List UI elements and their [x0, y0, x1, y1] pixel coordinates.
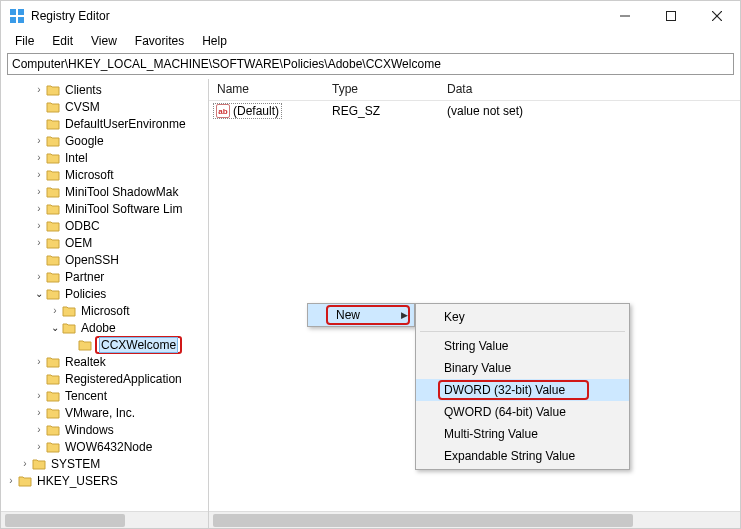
tree-label: Policies [63, 287, 108, 301]
chevron-right-icon[interactable]: › [33, 135, 45, 146]
menu-bar: File Edit View Favorites Help [1, 31, 740, 51]
tree-node-selected[interactable]: CCXWelcome [5, 336, 208, 353]
chevron-right-icon[interactable]: › [33, 356, 45, 367]
tree-node[interactable]: ›Google [5, 132, 208, 149]
tree-node[interactable]: ⌄Adobe [5, 319, 208, 336]
tree-label: Tencent [63, 389, 109, 403]
chevron-right-icon[interactable]: › [19, 458, 31, 469]
app-icon [9, 8, 25, 24]
tree-node[interactable]: ›OEM [5, 234, 208, 251]
folder-icon [45, 100, 61, 114]
address-bar[interactable]: Computer\HKEY_LOCAL_MACHINE\SOFTWARE\Pol… [7, 53, 734, 75]
address-text: Computer\HKEY_LOCAL_MACHINE\SOFTWARE\Pol… [12, 57, 441, 71]
list-header: Name Type Data [209, 79, 740, 101]
context-label: New [336, 308, 360, 322]
tree-node[interactable]: ›MiniTool ShadowMak [5, 183, 208, 200]
tree-node[interactable]: OpenSSH [5, 251, 208, 268]
chevron-right-icon[interactable]: › [33, 186, 45, 197]
chevron-right-icon[interactable]: › [33, 424, 45, 435]
menu-favorites[interactable]: Favorites [127, 32, 192, 50]
context-item-string[interactable]: String Value [416, 335, 629, 357]
tree-label: Microsoft [63, 168, 116, 182]
context-item-multi[interactable]: Multi-String Value [416, 423, 629, 445]
tree-node[interactable]: ›SYSTEM [5, 455, 208, 472]
chevron-right-icon[interactable]: › [33, 220, 45, 231]
menu-help[interactable]: Help [194, 32, 235, 50]
tree-node[interactable]: ›Clients [5, 81, 208, 98]
context-label: QWORD (64-bit) Value [444, 405, 566, 419]
context-item-qword[interactable]: QWORD (64-bit) Value [416, 401, 629, 423]
folder-icon [45, 168, 61, 182]
menu-view[interactable]: View [83, 32, 125, 50]
tree-node[interactable]: ›VMware, Inc. [5, 404, 208, 421]
context-menu: New ▶ [307, 303, 415, 327]
tree-label: Intel [63, 151, 90, 165]
tree-label: Adobe [79, 321, 118, 335]
folder-icon [45, 117, 61, 131]
tree-node[interactable]: ⌄Policies [5, 285, 208, 302]
col-type[interactable]: Type [324, 79, 439, 100]
list-scrollbar-h[interactable] [209, 511, 740, 528]
tree-node[interactable]: ›ODBC [5, 217, 208, 234]
context-item-expand[interactable]: Expandable String Value [416, 445, 629, 467]
tree-node[interactable]: ›Intel [5, 149, 208, 166]
tree-pane[interactable]: ›Clients CVSM DefaultUserEnvironme ›Goog… [1, 79, 209, 528]
context-item-new[interactable]: New ▶ [308, 304, 414, 326]
context-item-binary[interactable]: Binary Value [416, 357, 629, 379]
tree-scrollbar-h[interactable] [1, 511, 208, 528]
chevron-down-icon[interactable]: ⌄ [49, 322, 61, 333]
chevron-right-icon[interactable]: › [33, 169, 45, 180]
folder-icon [45, 236, 61, 250]
context-label: Binary Value [444, 361, 511, 375]
window-title: Registry Editor [31, 9, 110, 23]
close-button[interactable] [694, 1, 740, 31]
tree-label: CCXWelcome [99, 337, 178, 353]
context-label: Expandable String Value [444, 449, 575, 463]
tree-node[interactable]: ›Partner [5, 268, 208, 285]
folder-icon [45, 151, 61, 165]
tree-node[interactable]: ›Windows [5, 421, 208, 438]
chevron-right-icon[interactable]: › [33, 237, 45, 248]
chevron-down-icon[interactable]: ⌄ [33, 288, 45, 299]
tree-node[interactable]: ›Microsoft [5, 166, 208, 183]
folder-icon [45, 202, 61, 216]
tree-node[interactable]: CVSM [5, 98, 208, 115]
tree-node[interactable]: ›MiniTool Software Lim [5, 200, 208, 217]
folder-icon [31, 457, 47, 471]
col-data[interactable]: Data [439, 79, 740, 100]
col-name[interactable]: Name [209, 79, 324, 100]
tree-node[interactable]: ›Realtek [5, 353, 208, 370]
tree-node[interactable]: ›Tencent [5, 387, 208, 404]
separator [420, 331, 625, 332]
chevron-right-icon[interactable]: › [33, 152, 45, 163]
menu-file[interactable]: File [7, 32, 42, 50]
maximize-button[interactable] [648, 1, 694, 31]
context-item-key[interactable]: Key [416, 306, 629, 328]
folder-icon [17, 474, 33, 488]
chevron-right-icon[interactable]: › [33, 271, 45, 282]
context-item-dword[interactable]: DWORD (32-bit) Value [416, 379, 629, 401]
chevron-right-icon[interactable]: › [5, 475, 17, 486]
chevron-right-icon[interactable]: › [33, 441, 45, 452]
value-name: (Default) [233, 104, 279, 118]
list-row[interactable]: ab (Default) REG_SZ (value not set) [209, 101, 740, 121]
chevron-right-icon[interactable]: › [33, 390, 45, 401]
tree-label: Partner [63, 270, 106, 284]
context-label: Multi-String Value [444, 427, 538, 441]
chevron-right-icon[interactable]: › [33, 84, 45, 95]
tree-node[interactable]: ›WOW6432Node [5, 438, 208, 455]
chevron-right-icon[interactable]: › [33, 203, 45, 214]
tree-label: WOW6432Node [63, 440, 154, 454]
tree-label: RegisteredApplication [63, 372, 184, 386]
tree-label: CVSM [63, 100, 102, 114]
svg-rect-2 [10, 17, 16, 23]
tree-node[interactable]: ›Microsoft [5, 302, 208, 319]
chevron-right-icon[interactable]: › [33, 407, 45, 418]
tree-node[interactable]: DefaultUserEnvironme [5, 115, 208, 132]
tree-label: SYSTEM [49, 457, 102, 471]
menu-edit[interactable]: Edit [44, 32, 81, 50]
minimize-button[interactable] [602, 1, 648, 31]
tree-node[interactable]: RegisteredApplication [5, 370, 208, 387]
chevron-right-icon[interactable]: › [49, 305, 61, 316]
tree-node[interactable]: ›HKEY_USERS [5, 472, 208, 489]
